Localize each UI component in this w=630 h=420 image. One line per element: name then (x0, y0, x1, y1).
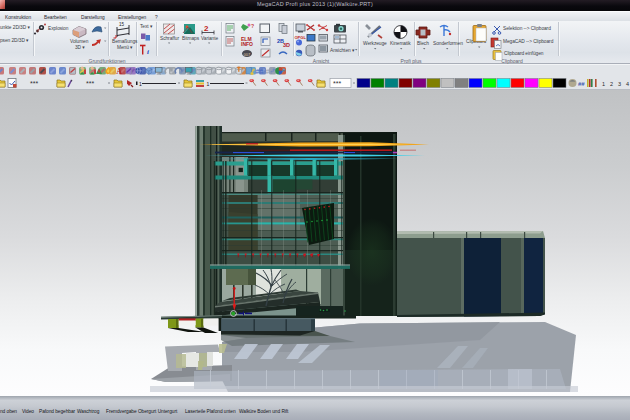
svg-text:15: 15 (119, 22, 125, 27)
svg-text:1: 1 (602, 81, 605, 87)
svg-text:##: ## (266, 68, 274, 75)
svg-text:4: 4 (626, 81, 629, 87)
svg-text:***: *** (333, 80, 341, 87)
svg-text:i: i (147, 48, 149, 56)
svg-text:3: 3 (618, 81, 621, 87)
svg-text:***: *** (86, 80, 94, 87)
svg-text:?: ? (251, 23, 254, 29)
svg-text:OPGL: OPGL (295, 35, 307, 40)
svg-text:2: 2 (610, 81, 613, 87)
svg-text:1: 1 (207, 81, 210, 87)
svg-text:1: 1 (139, 81, 142, 87)
svg-text:***: *** (30, 80, 38, 87)
svg-text:A: A (116, 67, 122, 76)
svg-text:007: 007 (244, 52, 251, 57)
svg-text:INFO: INFO (241, 41, 253, 47)
svg-text:##: ## (256, 68, 264, 75)
svg-text:3D: 3D (283, 42, 290, 48)
svg-text:##: ## (578, 81, 585, 87)
svg-text:2: 2 (204, 24, 209, 33)
